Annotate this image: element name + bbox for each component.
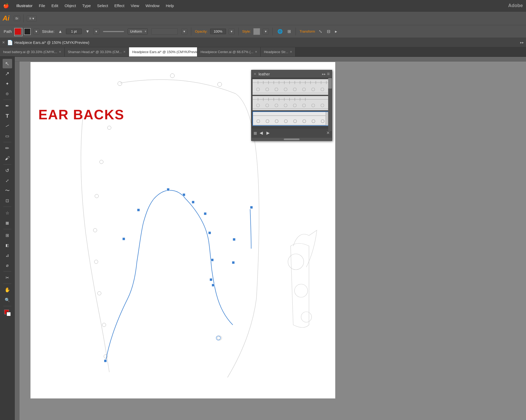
svg-rect-14 bbox=[192, 201, 194, 203]
more-options-btn[interactable]: ▸ bbox=[334, 28, 338, 34]
zoom-tool[interactable]: 🔍 bbox=[3, 295, 12, 305]
transform-icon-btn[interactable]: ⤡ bbox=[318, 28, 323, 34]
tab-close-0[interactable]: ✕ bbox=[59, 50, 61, 54]
svg-rect-12 bbox=[167, 188, 169, 191]
gradient-tool[interactable]: ◧ bbox=[3, 240, 12, 250]
vertical-ruler bbox=[15, 62, 19, 420]
transform-label[interactable]: Transform bbox=[300, 29, 315, 33]
menu-window[interactable]: Window bbox=[142, 2, 163, 9]
optbar-sep-3 bbox=[272, 28, 273, 35]
lp-graph-icon[interactable]: ▦ bbox=[254, 131, 257, 135]
menu-illustrator[interactable]: Illustrator bbox=[13, 2, 36, 9]
menu-select[interactable]: Select bbox=[94, 2, 111, 9]
type-tool[interactable]: T bbox=[3, 111, 12, 121]
svg-point-9 bbox=[102, 323, 106, 327]
mesh-tool[interactable]: ⊞ bbox=[3, 231, 12, 240]
panel-close-icon[interactable]: ✕ bbox=[2, 40, 5, 44]
line-tool[interactable]: / bbox=[3, 121, 12, 131]
doc-tab-4[interactable]: Headpiece Str... ✕ bbox=[261, 47, 296, 57]
optbar-sep-4 bbox=[296, 28, 296, 35]
scale-tool[interactable]: ⤢ bbox=[3, 176, 12, 185]
tool-separator-3 bbox=[3, 164, 11, 165]
leather-hscroll-thumb[interactable] bbox=[284, 139, 300, 140]
lp-next-button[interactable]: ▶ bbox=[265, 130, 271, 136]
fill-stroke-chips[interactable] bbox=[3, 308, 12, 317]
menu-effect[interactable]: Effect bbox=[111, 2, 127, 9]
doc-tab-2[interactable]: Headpiece Ears.ai* @ 150% (CMYK/Preview)… bbox=[129, 47, 197, 57]
stroke-up-arrow[interactable]: ▲ bbox=[57, 29, 63, 34]
pattern-strip-3[interactable] bbox=[252, 111, 331, 126]
symbol-tool[interactable]: ☆ bbox=[3, 208, 12, 218]
hand-icon: ✋ bbox=[4, 287, 10, 293]
menu-file[interactable]: File bbox=[36, 2, 48, 9]
doc-tab-3[interactable]: Headpiece Center.ai @ 66.67% (... ✕ bbox=[197, 47, 261, 57]
panel-collapse-icon[interactable]: ▸▸ bbox=[520, 40, 524, 44]
warp-tool[interactable]: 〜 bbox=[3, 186, 12, 195]
leather-panel-close[interactable]: ✕ bbox=[254, 72, 256, 76]
apple-menu[interactable]: 🍎 bbox=[3, 3, 9, 9]
lasso-tool[interactable]: ⌾ bbox=[3, 89, 12, 98]
svg-point-29 bbox=[301, 312, 312, 322]
fill-swatch[interactable] bbox=[14, 28, 21, 35]
leather-panel-scroll[interactable]: ▸▸ bbox=[322, 72, 326, 76]
paintbrush-tool[interactable]: 🖌 bbox=[3, 153, 12, 163]
tab-close-1[interactable]: ✕ bbox=[123, 50, 126, 54]
scissors-tool[interactable]: ✂ bbox=[3, 273, 12, 282]
bridge-button[interactable]: Br bbox=[14, 16, 20, 21]
stroke-down-arrow[interactable]: ▼ bbox=[84, 29, 91, 34]
menu-object[interactable]: Object bbox=[61, 2, 79, 9]
tab-close-3[interactable]: ✕ bbox=[255, 50, 257, 54]
pattern-strip-2[interactable] bbox=[252, 96, 331, 110]
view-options-btn[interactable]: ⊞ bbox=[286, 28, 292, 34]
rotate-icon: ↺ bbox=[5, 168, 9, 173]
free-transform-tool[interactable]: ⊡ bbox=[3, 196, 12, 205]
svg-rect-15 bbox=[204, 212, 207, 215]
doc-tab-1[interactable]: Shaman Head.ai* @ 33.33% (CM... ✕ bbox=[65, 47, 129, 57]
rect-tool[interactable]: ▭ bbox=[3, 131, 12, 141]
stroke-dash-dropdown[interactable]: ▾ bbox=[181, 28, 187, 34]
stroke-weight-dropdown[interactable]: ▾ bbox=[93, 28, 99, 34]
document-tabs: head battery.ai @ 33.33% (CMYK... ✕ Sham… bbox=[0, 47, 526, 57]
opacity-dropdown[interactable]: ▾ bbox=[229, 28, 235, 34]
browser-icon-btn[interactable]: 🌐 bbox=[276, 28, 284, 34]
menu-help[interactable]: Help bbox=[163, 2, 177, 9]
style-dropdown[interactable]: ▾ bbox=[263, 28, 269, 34]
stroke-chip[interactable] bbox=[6, 312, 11, 316]
hand-tool[interactable]: ✋ bbox=[3, 285, 12, 295]
leather-panel-menu[interactable]: ≡ bbox=[327, 71, 330, 77]
leather-panel-scroll-thumb[interactable] bbox=[328, 78, 332, 89]
pattern-strip-1[interactable] bbox=[252, 79, 331, 95]
magic-wand-icon: ✦ bbox=[6, 81, 9, 86]
pen-tool[interactable]: ✒ bbox=[3, 101, 12, 111]
direct-selection-tool[interactable]: ↗ bbox=[3, 69, 12, 78]
leather-panel-hscroll[interactable] bbox=[251, 137, 332, 141]
rotate-tool[interactable]: ↺ bbox=[3, 166, 12, 175]
menu-edit[interactable]: Edit bbox=[48, 2, 61, 9]
zoom-icon: 🔍 bbox=[5, 298, 10, 303]
tab-close-4[interactable]: ✕ bbox=[290, 50, 292, 54]
arrange-button[interactable]: ≡ ▾ bbox=[27, 15, 37, 22]
selection-tool[interactable]: ↖ bbox=[3, 59, 12, 68]
svg-rect-13 bbox=[183, 193, 185, 196]
eyedropper-tool[interactable]: ⊿ bbox=[3, 250, 12, 260]
lp-prev-button[interactable]: ◀ bbox=[259, 130, 264, 136]
blend-tool[interactable]: ⌀ bbox=[3, 260, 12, 270]
window-title-area: 📄 Headpiece Ears.ai* @ 150% (CMYK/Previe… bbox=[7, 40, 520, 45]
doc-tab-0[interactable]: head battery.ai @ 33.33% (CMYK... ✕ bbox=[0, 47, 65, 57]
align-icon-btn[interactable]: ⊟ bbox=[326, 28, 331, 34]
menu-type[interactable]: Type bbox=[79, 2, 94, 9]
svg-point-2 bbox=[218, 82, 222, 86]
graph-tool[interactable]: ▦ bbox=[3, 218, 12, 228]
leather-panel-scrollbar[interactable] bbox=[328, 78, 332, 131]
fill-options-button[interactable]: ▾ bbox=[33, 28, 39, 34]
style-swatch[interactable] bbox=[253, 28, 260, 35]
pencil-tool[interactable]: ✏ bbox=[3, 144, 12, 153]
magic-wand-tool[interactable]: ✦ bbox=[3, 79, 12, 88]
menu-view[interactable]: View bbox=[127, 2, 142, 9]
stroke-weight-input[interactable] bbox=[66, 29, 82, 34]
opacity-input[interactable] bbox=[210, 29, 226, 34]
canvas-area[interactable]: EAR BACKS bbox=[15, 57, 526, 420]
stroke-swatch[interactable] bbox=[24, 28, 31, 35]
svg-rect-19 bbox=[233, 238, 235, 241]
stroke-type-dropdown[interactable]: Uniform bbox=[128, 28, 148, 34]
